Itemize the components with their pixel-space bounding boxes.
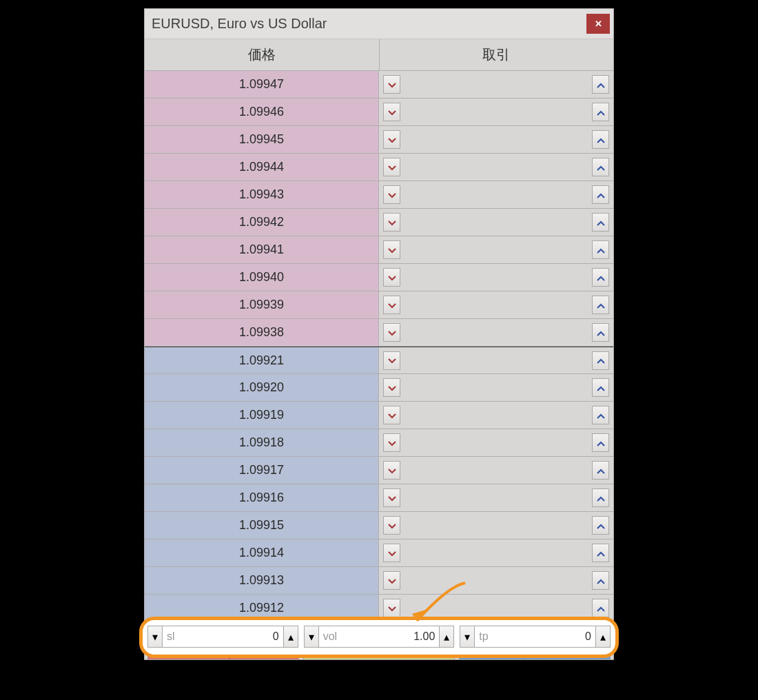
sl-increment[interactable]: ▴ <box>283 626 298 648</box>
tp-label: tp <box>479 630 488 643</box>
price-cell[interactable]: 1.09913 <box>145 567 379 594</box>
chevron-up-icon <box>597 409 605 422</box>
price-cell[interactable]: 1.09914 <box>145 539 379 566</box>
chevron-down-icon <box>388 271 396 284</box>
tp-increment[interactable]: ▴ <box>595 626 611 648</box>
close-button[interactable]: ✕ <box>586 14 610 34</box>
buy-at-price-button[interactable] <box>592 433 609 452</box>
trade-cell <box>379 126 613 153</box>
ladder-row: 1.09943 <box>145 181 613 209</box>
sell-at-price-button[interactable] <box>383 516 400 535</box>
sell-at-price-button[interactable] <box>383 75 400 94</box>
sell-at-price-button[interactable] <box>383 571 400 590</box>
sell-at-price-button[interactable] <box>383 323 400 342</box>
trade-cell <box>379 457 613 484</box>
sell-at-price-button[interactable] <box>383 268 400 287</box>
chevron-up-icon <box>597 327 605 339</box>
chevron-down-icon <box>388 575 396 587</box>
chevron-down-icon <box>388 216 396 229</box>
sell-at-price-button[interactable] <box>383 213 400 231</box>
sell-at-price-button[interactable] <box>383 406 400 424</box>
sell-at-price-button[interactable] <box>383 158 400 176</box>
vol-decrement[interactable]: ▾ <box>304 626 319 648</box>
chevron-down-icon <box>388 161 396 174</box>
tp-stepper[interactable]: ▾ tp 0 ▴ <box>460 626 611 648</box>
chevron-down-icon <box>388 189 396 201</box>
chevron-down-icon <box>388 547 396 559</box>
buy-at-price-button[interactable] <box>592 268 609 287</box>
vol-increment[interactable]: ▴ <box>439 626 454 648</box>
sell-at-price-button[interactable] <box>383 544 400 562</box>
buy-at-price-button[interactable] <box>592 130 609 149</box>
vol-stepper[interactable]: ▾ vol 1.00 ▴ <box>304 626 455 648</box>
price-cell[interactable]: 1.09942 <box>145 209 379 236</box>
trade-cell <box>379 374 613 401</box>
trade-cell <box>379 291 613 318</box>
chevron-down-icon <box>388 382 396 394</box>
trade-cell <box>379 209 613 236</box>
price-cell[interactable]: 1.09939 <box>145 291 379 318</box>
buy-at-price-button[interactable] <box>592 461 609 480</box>
chevron-up-icon <box>597 547 605 559</box>
sell-at-price-button[interactable] <box>383 240 400 259</box>
buy-at-price-button[interactable] <box>592 75 609 94</box>
price-cell[interactable]: 1.09915 <box>145 512 379 539</box>
buy-at-price-button[interactable] <box>592 488 609 507</box>
buy-at-price-button[interactable] <box>592 351 609 370</box>
chevron-down-icon <box>388 492 396 504</box>
tp-input[interactable]: tp 0 <box>475 626 595 648</box>
trade-cell <box>379 484 613 511</box>
sell-at-price-button[interactable] <box>383 185 400 204</box>
triangle-down-icon: ▾ <box>152 630 158 644</box>
price-cell[interactable]: 1.09941 <box>145 236 379 263</box>
sell-at-price-button[interactable] <box>383 433 400 452</box>
ladder-row: 1.09942 <box>145 209 613 236</box>
price-cell[interactable]: 1.09921 <box>145 347 379 373</box>
buy-at-price-button[interactable] <box>592 571 609 590</box>
price-cell[interactable]: 1.09946 <box>145 99 379 125</box>
vol-input[interactable]: vol 1.00 <box>319 626 440 648</box>
price-cell[interactable]: 1.09916 <box>145 484 379 511</box>
buy-at-price-button[interactable] <box>592 599 609 617</box>
price-cell[interactable]: 1.09943 <box>145 181 379 208</box>
sl-input[interactable]: sl 0 <box>163 626 283 648</box>
sell-at-price-button[interactable] <box>383 461 400 480</box>
sell-at-price-button[interactable] <box>383 351 400 370</box>
price-cell[interactable]: 1.09945 <box>145 126 379 153</box>
buy-at-price-button[interactable] <box>592 323 609 342</box>
chevron-up-icon <box>597 271 605 284</box>
tp-decrement[interactable]: ▾ <box>460 626 475 648</box>
trade-cell <box>379 347 613 373</box>
sell-at-price-button[interactable] <box>383 599 400 617</box>
buy-at-price-button[interactable] <box>592 185 609 204</box>
price-cell[interactable]: 1.09918 <box>145 429 379 456</box>
sell-at-price-button[interactable] <box>383 130 400 149</box>
sl-stepper[interactable]: ▾ sl 0 ▴ <box>147 626 298 648</box>
buy-at-price-button[interactable] <box>592 544 609 562</box>
buy-at-price-button[interactable] <box>592 158 609 176</box>
tp-value: 0 <box>585 630 591 643</box>
buy-at-price-button[interactable] <box>592 103 609 121</box>
buy-at-price-button[interactable] <box>592 406 609 424</box>
buy-at-price-button[interactable] <box>592 378 609 397</box>
buy-at-price-button[interactable] <box>592 240 609 259</box>
buy-at-price-button[interactable] <box>592 296 609 314</box>
price-cell[interactable]: 1.09944 <box>145 154 379 181</box>
chevron-up-icon <box>597 106 605 119</box>
buy-at-price-button[interactable] <box>592 516 609 535</box>
sl-decrement[interactable]: ▾ <box>147 626 163 648</box>
ladder-row: 1.09938 <box>145 319 613 347</box>
price-cell[interactable]: 1.09947 <box>145 71 379 98</box>
price-cell[interactable]: 1.09920 <box>145 374 379 401</box>
sell-at-price-button[interactable] <box>383 378 400 397</box>
price-cell[interactable]: 1.09917 <box>145 457 379 484</box>
price-cell[interactable]: 1.09940 <box>145 264 379 291</box>
sell-at-price-button[interactable] <box>383 488 400 507</box>
sell-at-price-button[interactable] <box>383 103 400 121</box>
buy-at-price-button[interactable] <box>592 213 609 231</box>
dom-panel: EURUSD, Euro vs US Dollar ✕ 価格 取引 1.0994… <box>144 8 614 660</box>
sell-at-price-button[interactable] <box>383 296 400 314</box>
price-cell[interactable]: 1.09938 <box>145 319 379 346</box>
close-icon: ✕ <box>595 19 602 29</box>
price-cell[interactable]: 1.09919 <box>145 402 379 429</box>
